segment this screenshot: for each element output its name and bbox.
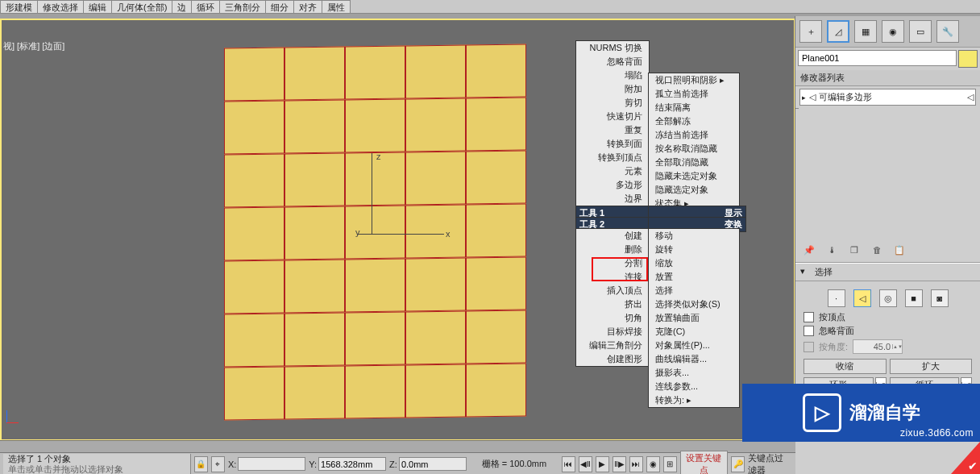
lock-selection-icon[interactable]: 🔒 <box>194 456 208 472</box>
plane-face[interactable] <box>284 366 345 420</box>
plane-face[interactable] <box>224 101 284 155</box>
key-filters-icon[interactable]: 🔑 <box>731 456 745 472</box>
configure-sets-icon[interactable]: 📋 <box>892 243 907 257</box>
command-panel-tabs[interactable]: ＋ ◿ ▦ ◉ ▭ 🔧 <box>795 16 980 48</box>
plane-face[interactable] <box>284 206 345 260</box>
isolate-icon[interactable]: ◉ <box>646 456 660 472</box>
ctx-item[interactable]: 曲线编辑器... <box>649 352 739 366</box>
ctx-col-3[interactable]: 创建删除分割连接插入顶点挤出切角目标焊接编辑三角剖分创建图形 <box>575 228 650 367</box>
angle-spinner[interactable]: ▲▼ <box>853 339 903 354</box>
ctx-item[interactable]: 重复 <box>576 123 649 137</box>
rollout-selection-header[interactable]: 选择 <box>795 263 980 281</box>
remove-modifier-icon[interactable]: 🗑 <box>870 243 884 257</box>
ctx-item[interactable]: 元素 <box>576 164 649 178</box>
coord-y-input[interactable] <box>318 457 386 471</box>
goto-end-icon[interactable]: ⏭ <box>629 456 643 472</box>
object-color-swatch[interactable] <box>958 50 978 68</box>
plane-face[interactable] <box>466 150 526 204</box>
shrink-button[interactable]: 收缩 <box>804 359 887 374</box>
ctx-item[interactable]: 全部解冻 <box>649 114 739 128</box>
plane-face[interactable] <box>284 313 345 367</box>
ctx-item[interactable]: 转换为: ▸ <box>649 393 739 407</box>
ctx-item[interactable]: 插入顶点 <box>576 284 649 297</box>
ctx-item[interactable]: NURMS 切换 <box>576 41 649 55</box>
ctx-item[interactable]: 选择 <box>649 284 739 297</box>
plane-face[interactable] <box>466 256 526 310</box>
ctx-item[interactable]: 删除 <box>576 243 649 256</box>
ctx-item[interactable]: 选择类似对象(S) <box>649 297 739 311</box>
angle-input[interactable] <box>853 342 892 351</box>
top-tab[interactable]: 循环 <box>191 0 220 13</box>
pin-stack-icon[interactable]: 📌 <box>802 243 816 257</box>
play-icon[interactable]: ▶ <box>596 456 609 472</box>
so-border[interactable]: ◎ <box>879 289 897 307</box>
tab-display[interactable]: ▭ <box>909 20 932 43</box>
show-end-result-icon[interactable]: 🌡 <box>824 243 839 257</box>
modifier-item[interactable]: 可编辑多边形 <box>819 91 872 103</box>
ctx-item[interactable]: 快速切片 <box>576 110 649 123</box>
tab-create[interactable]: ＋ <box>799 20 822 43</box>
so-vertex[interactable]: · <box>828 289 845 307</box>
plane-face[interactable] <box>224 154 284 208</box>
top-tab[interactable]: 编辑 <box>83 0 112 13</box>
so-element[interactable]: ◙ <box>931 289 949 307</box>
coord-z-input[interactable] <box>399 457 467 471</box>
plane-face[interactable] <box>345 258 405 312</box>
top-tab[interactable]: 修改选择 <box>37 0 84 13</box>
plane-face[interactable] <box>466 97 526 151</box>
set-key-button[interactable]: 设置关键点 <box>680 451 729 475</box>
plane-face[interactable] <box>345 152 405 206</box>
tab-motion[interactable]: ◉ <box>882 20 904 43</box>
ctx-item[interactable]: 冻结当前选择 <box>649 128 739 142</box>
next-frame-icon[interactable]: Ⅱ▶ <box>612 456 626 472</box>
ctx-item[interactable]: 摄影表... <box>649 366 739 380</box>
ctx-item[interactable]: 忽略背面 <box>576 55 649 69</box>
ctx-item[interactable]: 连线参数... <box>649 380 739 393</box>
ctx-item[interactable]: 编辑三角剖分 <box>576 339 649 352</box>
plane-face[interactable] <box>405 364 466 418</box>
goto-start-icon[interactable]: ⏮ <box>562 456 575 472</box>
ctx-item[interactable]: 塌陷 <box>576 69 649 82</box>
chk-byvertex[interactable] <box>804 312 814 322</box>
top-tab[interactable]: 边 <box>172 0 192 13</box>
plane-face[interactable] <box>405 204 466 258</box>
ctx-item[interactable]: 结束隔离 <box>649 101 739 114</box>
plane-face[interactable] <box>405 257 466 311</box>
plane-face[interactable] <box>224 367 284 421</box>
ctx-item[interactable]: 隐藏未选定对象 <box>649 169 739 183</box>
top-tab[interactable]: 几何体(全部) <box>111 0 172 13</box>
ctx-item[interactable]: 附加 <box>576 82 649 96</box>
ctx-item[interactable]: 多边形 <box>576 178 649 192</box>
top-tab[interactable]: 三角剖分 <box>219 0 266 13</box>
plane-face[interactable] <box>405 310 466 364</box>
top-tab[interactable]: 对齐 <box>293 0 322 13</box>
plane-face[interactable] <box>345 45 405 99</box>
ctx-item[interactable]: 缩放 <box>649 256 739 270</box>
ctx-item[interactable]: 挤出 <box>576 297 649 311</box>
ctx-item[interactable]: 放置 <box>649 270 739 284</box>
grow-button[interactable]: 扩大 <box>890 359 973 374</box>
time-slider[interactable] <box>0 441 795 453</box>
ctx-item[interactable]: 边界 <box>576 192 649 206</box>
plane-face[interactable] <box>466 44 526 98</box>
plane-face[interactable] <box>345 98 405 152</box>
make-unique-icon[interactable]: ❐ <box>847 243 862 257</box>
ctx-item[interactable]: 按名称取消隐藏 <box>649 142 739 156</box>
plane-face[interactable] <box>284 100 345 154</box>
plane-object[interactable] <box>224 44 526 422</box>
ctx-item[interactable]: 创建 <box>576 229 649 243</box>
coord-mode-icon[interactable]: ⌖ <box>211 456 225 472</box>
top-tab[interactable]: 属性 <box>322 0 351 13</box>
plane-face[interactable] <box>345 364 405 418</box>
tab-utilities[interactable]: 🔧 <box>936 20 959 43</box>
ctx-col-4[interactable]: 移动旋转缩放放置选择选择类似对象(S)放置轴曲面克隆(C)对象属性(P)...曲… <box>648 228 740 408</box>
plane-face[interactable] <box>466 203 526 257</box>
plane-face[interactable] <box>466 363 526 417</box>
plane-face[interactable] <box>405 151 466 205</box>
tab-modify[interactable]: ◿ <box>827 20 849 43</box>
ctx-item[interactable]: 孤立当前选择 <box>649 87 739 101</box>
so-polygon[interactable]: ■ <box>905 289 923 307</box>
plane-face[interactable] <box>466 310 526 364</box>
ctx-item[interactable]: 转换到顶点 <box>576 151 649 164</box>
ctx-item[interactable]: 放置轴曲面 <box>649 311 739 325</box>
